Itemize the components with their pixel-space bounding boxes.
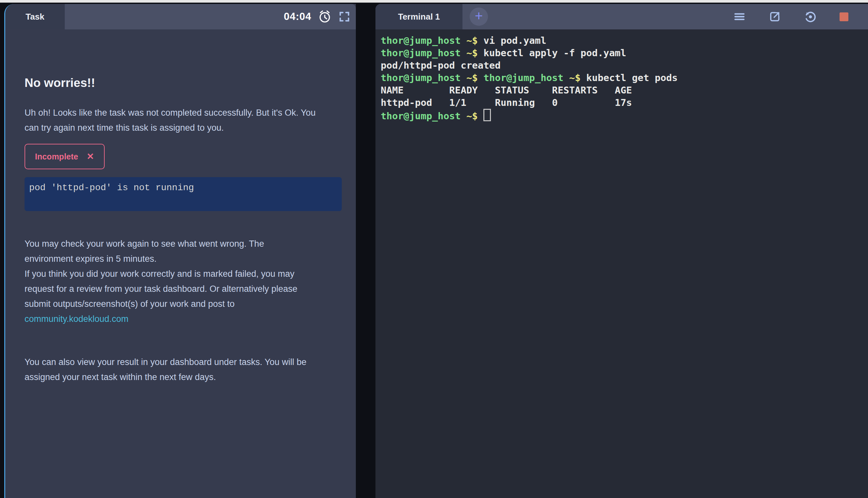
task-panel-header: Task 04:04 xyxy=(5,4,356,29)
plus-icon: + xyxy=(475,9,483,23)
task-intro-text: Uh oh! Looks like the task was not compl… xyxy=(25,105,343,135)
terminal-line: thor@jump_host ~$ kubectl apply -f pod.y… xyxy=(381,47,868,59)
stop-terminal-button[interactable] xyxy=(840,12,848,21)
text-line: submit outputs/screenshot(s) of your wor… xyxy=(25,297,343,311)
fullscreen-icon[interactable] xyxy=(338,11,350,23)
community-link[interactable]: community.kodekloud.com xyxy=(25,311,343,326)
text-line: You may check your work again to see wha… xyxy=(25,236,343,251)
terminal-cursor xyxy=(483,109,491,121)
new-terminal-button[interactable]: + xyxy=(470,8,488,26)
terminal-line: NAME READY STATUS RESTARTS AGE xyxy=(381,84,868,96)
text-line: environment expires in 5 minutes. xyxy=(25,251,343,266)
error-message-box: pod 'httpd-pod' is not running xyxy=(25,177,342,211)
terminal-line: thor@jump_host ~$ vi pod.yaml xyxy=(381,34,868,47)
text-line: Uh oh! Looks like the task was not compl… xyxy=(25,105,343,120)
restore-session-icon[interactable] xyxy=(804,10,817,24)
text-line: can try again next time this task is ass… xyxy=(25,120,343,135)
task-content: No worries!! Uh oh! Looks like the task … xyxy=(5,76,356,384)
menu-icon[interactable] xyxy=(733,10,746,23)
terminal-line: pod/httpd-pod created xyxy=(381,59,868,71)
task-header-bar: 04:04 xyxy=(65,4,356,29)
tab-terminal-label: Terminal 1 xyxy=(398,12,440,22)
error-message-text: pod 'httpd-pod' is not running xyxy=(29,183,194,193)
terminal-actions xyxy=(488,4,868,29)
text-line: You can also view your result in your da… xyxy=(25,355,343,370)
session-timer: 04:04 xyxy=(284,11,311,23)
status-badge: Incomplete ✕ xyxy=(25,144,105,169)
task-help-text: You may check your work again to see wha… xyxy=(25,236,343,311)
terminal-header-bar: Terminal 1 + xyxy=(375,4,868,29)
task-panel: Task 04:04 No worries!! Uh oh! Looks lik… xyxy=(4,4,356,498)
terminal-output[interactable]: thor@jump_host ~$ vi pod.yamlthor@jump_h… xyxy=(375,29,868,122)
text-line: If you think you did your work correctly… xyxy=(25,266,343,281)
alarm-clock-icon xyxy=(317,9,332,24)
tab-task[interactable]: Task xyxy=(5,4,65,29)
task-result-heading: No worries!! xyxy=(25,76,343,90)
tab-terminal-1[interactable]: Terminal 1 xyxy=(375,4,462,29)
status-badge-label: Incomplete xyxy=(35,152,78,161)
close-icon[interactable]: ✕ xyxy=(87,151,94,162)
open-in-new-icon[interactable] xyxy=(768,10,781,23)
terminal-line: thor@jump_host ~$ xyxy=(381,109,868,122)
terminal-line: thor@jump_host ~$ thor@jump_host ~$ kube… xyxy=(381,71,868,84)
text-line: request for a review from your task dash… xyxy=(25,281,343,297)
window-top-strip xyxy=(0,0,868,3)
text-line: assigned your next task within the next … xyxy=(25,370,343,384)
tab-task-label: Task xyxy=(26,12,44,22)
terminal-panel: Terminal 1 + xyxy=(375,4,868,498)
task-footer-text: You can also view your result in your da… xyxy=(25,355,343,384)
terminal-line: httpd-pod 1/1 Running 0 17s xyxy=(381,96,868,109)
